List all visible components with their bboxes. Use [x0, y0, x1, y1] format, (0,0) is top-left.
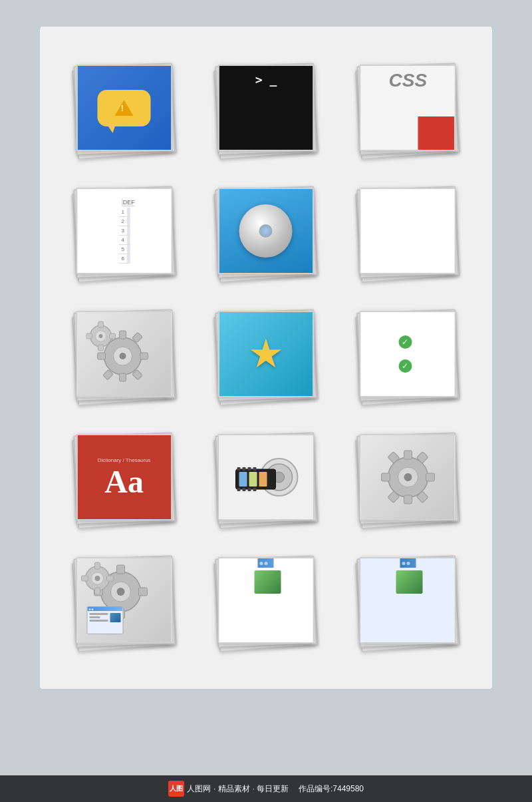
svg-rect-25 — [237, 467, 241, 471]
blank-icon-frame[interactable] — [354, 176, 461, 280]
settings2-icon-frame[interactable] — [354, 423, 461, 526]
dictionary-letters: Aa — [104, 466, 144, 498]
svg-point-2 — [119, 353, 126, 359]
toolbar2-dot-1 — [402, 562, 405, 565]
icon-grid: > _ CSS — [60, 53, 472, 649]
svg-rect-16 — [109, 333, 115, 339]
css-red-accent — [418, 116, 455, 150]
svg-rect-23 — [249, 472, 257, 487]
dictionary-frame-top: Dictionary / Thesaurus Aa — [76, 434, 172, 520]
blank-frame-top — [360, 188, 456, 274]
star-icon-frame[interactable]: ★ — [213, 300, 319, 403]
svg-rect-5 — [140, 353, 148, 359]
desktop-settings-frame[interactable] — [71, 546, 178, 649]
spreadsheet-inner: D E F 1 2 3 4 5 6 — [77, 189, 171, 273]
pages1-icon-frame[interactable] — [213, 546, 319, 649]
css-icon-frame[interactable]: CSS — [354, 53, 461, 156]
desktop-settings-frame-top — [76, 557, 172, 644]
dictionary-subtitle: Dictionary / Thesaurus — [98, 457, 151, 463]
ss-row-3: 3 — [118, 226, 130, 236]
ss-row-4: 4 — [118, 236, 130, 245]
svg-rect-29 — [237, 488, 241, 491]
check-row-2: ✓ — [398, 359, 417, 373]
spreadsheet-icon-frame[interactable]: D E F 1 2 3 4 5 6 — [71, 176, 178, 280]
mini-image — [110, 613, 120, 622]
css-label: CSS — [389, 71, 428, 90]
pages2-body — [390, 568, 426, 642]
checklist-inner: ✓ ✓ — [361, 312, 455, 396]
svg-rect-39 — [382, 473, 390, 481]
ss-num-3: 3 — [118, 226, 128, 235]
svg-rect-55 — [94, 588, 100, 594]
pages2-inner — [361, 558, 455, 642]
ss-cell — [129, 245, 130, 254]
svg-rect-22 — [239, 472, 247, 487]
settings2-svg — [370, 441, 446, 514]
svg-rect-36 — [404, 451, 412, 459]
ss-row-1: 1 — [118, 208, 130, 217]
pages1-inner — [219, 558, 313, 642]
settings2-inner — [361, 435, 455, 519]
pages1-image — [254, 570, 281, 594]
svg-rect-38 — [426, 473, 435, 481]
check-circle-2: ✓ — [398, 359, 412, 373]
watermark-bar: 人图 人图网 · 精品素材 · 每日更新 作品编号:7449580 — [0, 775, 532, 802]
alert-triangle-icon — [115, 100, 134, 116]
svg-rect-28 — [253, 467, 257, 471]
svg-rect-4 — [119, 373, 126, 381]
ss-cell — [129, 217, 130, 226]
disc-hole — [259, 224, 273, 238]
desktop-settings-inner — [77, 558, 171, 642]
svg-rect-3 — [119, 331, 126, 339]
watermark-slogan: 精品素材 · 每日更新 — [218, 783, 289, 795]
star-inner: ★ — [219, 312, 313, 396]
pages2-icon-frame[interactable] — [354, 546, 461, 649]
terminal-icon-frame[interactable]: > _ — [213, 53, 319, 156]
gears-frame-top — [76, 311, 172, 397]
svg-rect-54 — [94, 562, 100, 569]
ss-cell — [129, 254, 130, 263]
mini-dot-2 — [91, 608, 93, 610]
disc-shape — [239, 204, 293, 258]
ss-num-6: 6 — [118, 254, 128, 263]
chat-alert-inner — [77, 66, 171, 150]
watermark-site: 人图网 — [187, 783, 211, 795]
svg-rect-26 — [243, 467, 246, 471]
svg-rect-56 — [106, 576, 113, 581]
dictionary-icon-frame[interactable]: Dictionary / Thesaurus Aa — [71, 423, 178, 526]
gears-svg — [86, 317, 162, 391]
mini-text-line2 — [89, 620, 108, 622]
film-icon-frame[interactable] — [213, 423, 319, 526]
gears-icon-frame[interactable] — [71, 300, 178, 403]
mini-desktop-window — [86, 606, 123, 634]
svg-rect-31 — [248, 488, 251, 491]
pages2-image — [396, 570, 423, 594]
svg-point-53 — [94, 576, 100, 581]
mini-window-content — [87, 611, 122, 624]
pages2-frame-top — [360, 557, 456, 644]
film-frame-top — [217, 434, 314, 520]
chat-alert-icon-frame[interactable] — [71, 53, 178, 156]
svg-rect-27 — [248, 467, 251, 471]
pages1-body — [247, 568, 284, 642]
terminal-inner: > _ — [219, 66, 313, 150]
svg-point-46 — [116, 588, 124, 596]
ss-row-5: 5 — [118, 245, 130, 254]
chat-bubble — [98, 90, 151, 126]
star-shape: ★ — [248, 334, 284, 374]
svg-rect-14 — [98, 321, 103, 327]
ss-num-5: 5 — [118, 245, 128, 254]
svg-rect-57 — [81, 576, 88, 581]
svg-rect-15 — [98, 345, 103, 351]
checklist-frame-top: ✓ ✓ — [360, 311, 456, 397]
dictionary-inner: Dictionary / Thesaurus Aa — [77, 435, 171, 519]
mini-text-line-short — [89, 616, 100, 618]
terminal-prompt: > _ — [255, 73, 277, 87]
checklist-icon-frame[interactable]: ✓ ✓ — [354, 300, 461, 403]
spreadsheet-header: D E F — [114, 199, 135, 206]
pages1-toolbar — [258, 558, 274, 568]
blank-inner — [361, 189, 455, 273]
svg-rect-32 — [253, 488, 257, 491]
mini-dot-1 — [88, 608, 90, 610]
dvd-icon-frame[interactable] — [213, 176, 319, 280]
